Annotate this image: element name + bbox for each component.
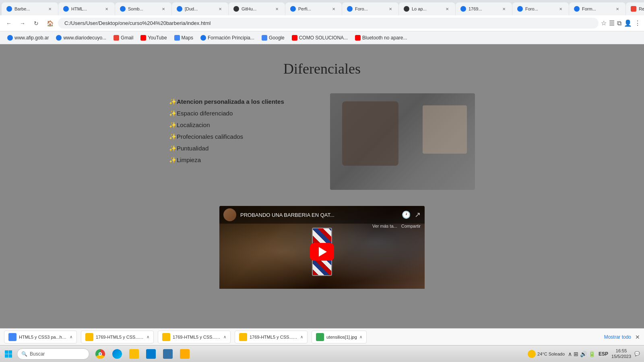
feature-item-5: ✨Puntualidad [169,144,314,152]
tab-close[interactable]: ✕ [274,6,280,12]
tab-close[interactable]: ✕ [47,6,53,12]
forward-button[interactable]: → [17,18,28,29]
yt-compartir[interactable]: Compartir [401,224,421,228]
download-item-1[interactable]: HTML5 y CSS3 pa...html ∧ [4,331,77,343]
tab-label: Somb... [128,6,143,11]
bookmark-star-icon[interactable]: ☆ [601,19,607,27]
chrome-icon [95,349,105,359]
bookmark-gmail[interactable]: Gmail [110,34,136,42]
bookmark-favicon [114,35,119,41]
tab-close[interactable]: ✕ [444,6,450,12]
bookmark-diario[interactable]: www.diariodecuyo... [53,34,109,42]
tab-close[interactable]: ✕ [501,6,507,12]
reload-button[interactable]: ↻ [31,18,42,29]
tab-label: Perfi... [298,6,311,11]
profile-icon[interactable]: 👤 [624,19,632,27]
tab-github[interactable]: GitHu... ✕ [229,2,285,15]
download-chevron-3[interactable]: ∧ [223,335,226,339]
mostrar-todo-button[interactable]: Mostrar todo [604,334,631,340]
features-list: ✨Atencion personalizada a los clientes ✨… [169,93,314,190]
clock-widget[interactable]: 16:55 15/5/2023 [611,348,631,359]
yt-share-icon: ↗ [415,210,421,219]
reading-list-icon[interactable]: ☰ [609,19,615,27]
download-label-5: utensilios[1].jpg [326,335,357,339]
battery-icon[interactable]: 🔋 [588,351,595,357]
volume-icon[interactable]: 🔊 [580,351,587,357]
download-bar-close[interactable]: ✕ [635,334,640,340]
tab-1769[interactable]: 1769... ✕ [456,2,512,15]
tab-foro2[interactable]: Foro... ✕ [512,2,569,15]
bookmarks-bar: www.afip.gob.ar www.diariodecuyo... Gmai… [0,31,644,44]
date-display: 15/5/2023 [611,354,631,359]
tab-dud[interactable]: [Dud... ✕ [172,2,228,15]
download-chevron-4[interactable]: ∧ [300,335,303,339]
taskbar-files[interactable] [177,346,192,362]
bookmark-formacion[interactable]: Formación Principia... [197,34,258,42]
bookmark-label: Google [269,35,285,41]
taskbar-vscode[interactable] [143,346,159,362]
bookmark-youtube[interactable]: YouTube [137,34,170,42]
home-button[interactable]: 🏠 [44,18,56,29]
address-input[interactable] [58,18,599,29]
back-button[interactable]: ← [3,18,14,29]
download-label-2: 1769-HTML5 y CSS....zip [96,335,144,339]
bookmark-maps[interactable]: Maps [171,34,196,42]
bookmark-label: YouTube [148,35,167,41]
tab-favicon [404,6,409,12]
feature-item-6: ✨Limpieza [169,156,314,164]
tab-somb[interactable]: Somb... ✕ [115,2,171,15]
bookmark-google[interactable]: Google [258,34,288,42]
tab-close[interactable]: ✕ [557,6,564,12]
taskbar-search[interactable]: 🔍 Buscar [17,348,89,360]
tab-recib[interactable]: Recib... ✕ [626,2,644,15]
yt-play-button[interactable] [310,243,334,261]
start-button[interactable] [0,346,17,362]
network-icon[interactable]: ⊞ [574,351,578,357]
download-chevron-1[interactable]: ∧ [70,335,72,339]
download-item-4[interactable]: 1769-HTML5 y CSS....zip ∧ [235,331,308,343]
download-item-3[interactable]: 1769-HTML5 y CSS....zip ∧ [158,331,231,343]
split-view-icon[interactable]: ⧉ [617,20,621,27]
youtube-embed[interactable]: PROBANDO UNA BARBERIA EN QAT... 🕐 ↗ Ver … [219,206,425,289]
download-label-4: 1769-HTML5 y CSS....zip [250,335,298,339]
taskbar-edge[interactable] [109,346,125,362]
tab-close[interactable]: ✕ [387,6,394,12]
browser-chrome: Barbe... ✕ HTML... ✕ Somb... ✕ [Dud... ✕… [0,0,644,44]
download-chevron-2[interactable]: ∧ [147,335,149,339]
download-icon-2 [85,333,93,341]
files-icon [180,349,190,359]
bookmark-bluetooth[interactable]: Bluetooth no apare... [352,34,410,42]
menu-icon[interactable]: ⋮ [634,19,641,27]
tab-close[interactable]: ✕ [160,6,167,12]
tab-favicon [290,6,296,12]
tab-loap[interactable]: Lo ap... ✕ [399,2,455,15]
tab-close[interactable]: ✕ [103,6,110,12]
tab-favicon [177,6,182,12]
weather-widget: 24°C Soleado [528,350,565,358]
tab-close[interactable]: ✕ [217,6,223,12]
tab-foro1[interactable]: Foro... ✕ [342,2,398,15]
tab-html[interactable]: HTML... ✕ [58,2,115,15]
tab-close[interactable]: ✕ [330,6,337,12]
taskbar-file-manager[interactable] [126,346,142,362]
tab-form[interactable]: Form... ✕ [569,2,625,15]
tab-favicon [6,6,12,12]
tab-favicon [517,6,523,12]
notification-icon[interactable]: 💬 [634,351,640,356]
download-item-5[interactable]: utensilios[1].jpg ∧ [312,331,367,343]
download-chevron-5[interactable]: ∧ [359,335,362,339]
image-figure-1 [342,101,398,166]
content-section: ✨Atencion personalizada a los clientes ✨… [169,93,475,190]
download-item-2[interactable]: 1769-HTML5 y CSS....zip ∧ [81,331,154,343]
language-indicator[interactable]: ESP [599,351,608,357]
taskbar-chrome[interactable] [93,346,108,362]
bookmark-label: COMO SOLUCIONA... [299,35,348,41]
taskbar-python[interactable] [160,346,175,362]
yt-ver-mas[interactable]: Ver más ta... [372,224,397,228]
tab-close[interactable]: ✕ [614,6,621,12]
chevron-up-icon[interactable]: ∧ [568,351,572,357]
bookmark-afip[interactable]: www.afip.gob.ar [4,34,52,42]
tab-perfi[interactable]: Perfi... ✕ [285,2,342,15]
tab-barbe[interactable]: Barbe... ✕ [2,2,58,15]
bookmark-como-soluciona[interactable]: COMO SOLUCIONA... [289,34,351,42]
